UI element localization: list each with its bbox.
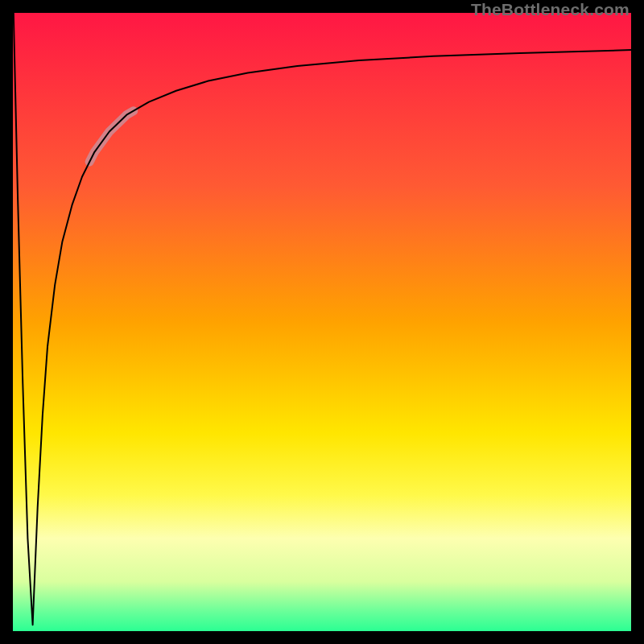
curve-highlight [89, 111, 134, 162]
chart-frame: TheBottleneck.com [0, 0, 644, 644]
curve-layer [13, 13, 631, 631]
bottleneck-curve [14, 13, 631, 625]
watermark-text: TheBottleneck.com [471, 0, 630, 19]
